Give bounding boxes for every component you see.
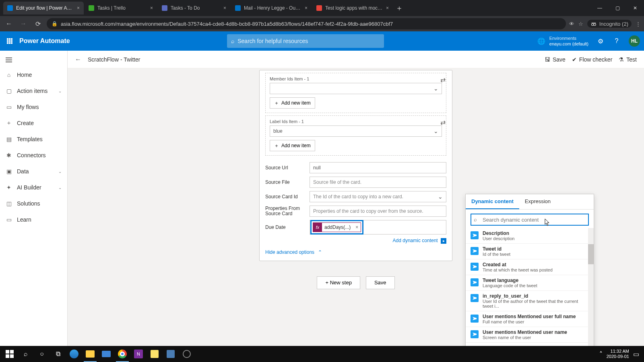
sidebar-toggle[interactable] — [0, 53, 67, 67]
sidebar-item-learn[interactable]: ▭Learn — [0, 212, 67, 228]
dynamic-content-item[interactable]: in_reply_to_user_idUser Id of the author… — [466, 291, 594, 311]
chevron-down-icon: ⌄ — [58, 89, 62, 93]
plus-icon: ＋ — [274, 142, 279, 149]
nav-reload[interactable]: ⟳ — [32, 18, 43, 29]
header-search[interactable]: ⌕ — [227, 34, 384, 48]
bookmark-icon[interactable]: ☆ — [578, 21, 583, 27]
new-step-button[interactable]: + New step — [317, 276, 360, 289]
header-search-input[interactable] — [237, 38, 380, 44]
eye-off-icon[interactable]: 👁 — [569, 21, 574, 27]
chip-remove[interactable]: × — [353, 224, 361, 230]
environment-picker[interactable]: Environments enayu.com (default) — [549, 35, 592, 47]
sticky-notes-icon[interactable] — [147, 346, 163, 362]
edge-icon[interactable] — [66, 346, 82, 362]
add-label-item-button[interactable]: ＋Add new item — [270, 140, 315, 151]
twitter-icon — [471, 294, 479, 302]
sidebar-item-ai-builder[interactable]: ✦AI Builder⌄ — [0, 179, 67, 195]
tray-chevron-icon[interactable]: ˄ — [599, 350, 603, 358]
browser-tab[interactable]: Edit your flow | Power Automate× — [3, 2, 84, 14]
window-minimize[interactable]: ― — [591, 0, 609, 16]
avatar[interactable]: HL — [629, 35, 640, 47]
dc-item-subtitle: Id of the tweet — [483, 252, 510, 257]
dynamic-content-item[interactable]: Created atTime at which the tweet was po… — [466, 259, 594, 275]
dynamic-content-item[interactable]: User mentions Mentioned user nameScreen … — [466, 327, 594, 343]
switch-mode-icon[interactable]: ⇄ — [439, 76, 447, 84]
add-member-item-button[interactable]: ＋Add new item — [270, 97, 315, 109]
flow-checker-action[interactable]: ✔Flow checker — [572, 56, 612, 63]
save-action[interactable]: 🖫Save — [545, 56, 566, 63]
sidebar-item-action-items[interactable]: ▢Action items⌄ — [0, 83, 67, 99]
mail-icon[interactable] — [98, 346, 114, 362]
sidebar-item-my-flows[interactable]: ▭My flows — [0, 99, 67, 115]
back-button[interactable]: ← — [75, 56, 81, 63]
sidebar-item-home[interactable]: ⌂Home — [0, 67, 67, 83]
environment-icon[interactable]: 🌐 — [533, 37, 549, 45]
scrollbar-thumb[interactable] — [588, 244, 594, 264]
dynamic-content-item[interactable]: Tweet idId of the tweet — [466, 244, 594, 259]
sidebar-item-solutions[interactable]: ◫Solutions — [0, 195, 67, 212]
app-launcher[interactable] — [0, 31, 19, 51]
nav-back[interactable]: ← — [3, 18, 14, 29]
window-maximize[interactable]: ▢ — [609, 0, 626, 16]
incognito-indicator[interactable]: Incognito (2) — [587, 20, 632, 28]
sidebar-item-connectors[interactable]: ✱Connectors — [0, 147, 67, 163]
dynamic-content-item[interactable]: User mentions Mentioned user full nameFu… — [466, 311, 594, 327]
tab-close[interactable]: × — [301, 5, 308, 11]
due-date-input[interactable]: fx addDays(...) × — [310, 220, 446, 234]
expression-chip-highlight: fx addDays(...) × — [310, 220, 363, 234]
sidebar-item-create[interactable]: ＋Create — [0, 115, 67, 131]
dc-item-title: User mentions Mentioned user full name — [483, 314, 576, 319]
dynamic-content-item[interactable]: Tweet languageLanguage code of the tweet — [466, 275, 594, 291]
calculator-icon[interactable] — [163, 346, 179, 362]
save-button[interactable]: Save — [366, 276, 395, 289]
browser-tab[interactable]: Tasks | Trello× — [85, 2, 157, 14]
dynamic-content-item[interactable]: Original tweet textText content of the o… — [466, 343, 594, 346]
address-bar[interactable]: 🔒 asia.flow.microsoft.com/manage/environ… — [47, 18, 566, 29]
start-button[interactable] — [2, 346, 18, 362]
tab-close[interactable]: × — [220, 5, 226, 11]
tab-close[interactable]: × — [74, 5, 80, 11]
test-action[interactable]: ⚗Test — [619, 56, 637, 63]
add-dynamic-content-link[interactable]: Add dynamic content ▸ — [260, 236, 452, 245]
new-tab-button[interactable]: ＋ — [394, 2, 405, 14]
source-file-input[interactable]: Source file of the card. — [310, 177, 446, 188]
kebab-menu-icon[interactable]: ⋮ — [636, 21, 641, 27]
app-header: Power Automate ⌕ 🌐 Environments enayu.co… — [0, 31, 644, 51]
tab-dynamic-content[interactable]: Dynamic content — [466, 194, 519, 209]
chrome-icon[interactable] — [114, 346, 130, 362]
settings-icon[interactable]: ⚙ — [592, 31, 609, 51]
file-explorer-icon[interactable] — [82, 346, 98, 362]
sidebar-item-data[interactable]: ▣Data⌄ — [0, 163, 67, 179]
taskbar-clock[interactable]: 11:32 AM 2020-09-01 — [607, 349, 629, 359]
dynamic-content-search[interactable] — [471, 214, 589, 226]
cortana-icon[interactable]: ○ — [34, 346, 50, 362]
collapse-icon[interactable]: ▸ — [441, 238, 446, 244]
hide-advanced-toggle[interactable]: Hide advanced options ⌃ — [260, 245, 452, 261]
obs-icon[interactable] — [179, 346, 195, 362]
tab-expression[interactable]: Expression — [519, 194, 556, 209]
props-from-source-input[interactable]: Properties of the card to copy over from… — [310, 206, 446, 217]
dynamic-content-item[interactable]: DescriptionUser description — [466, 228, 594, 244]
sidebar-item-icon: ▭ — [6, 216, 12, 223]
tab-close[interactable]: × — [147, 5, 153, 11]
browser-tab[interactable]: Mail - Henry Legge - Outlook× — [231, 2, 312, 14]
taskbar-search[interactable]: ⌕ — [18, 346, 34, 362]
source-url-input[interactable]: null — [310, 162, 446, 173]
browser-tab[interactable]: Test logic apps with mock data -× — [312, 2, 393, 14]
sidebar-item-templates[interactable]: ▤Templates — [0, 131, 67, 147]
notifications-icon[interactable]: ▭ — [633, 350, 639, 358]
task-view-icon[interactable]: ⧉ — [50, 346, 66, 362]
dc-item-subtitle: Time at which the tweet was posted — [483, 267, 553, 272]
member-ids-dropdown[interactable] — [270, 83, 442, 94]
expression-chip[interactable]: fx addDays(...) × — [313, 222, 361, 232]
switch-mode-icon[interactable]: ⇄ — [439, 118, 447, 126]
help-icon[interactable]: ? — [609, 31, 625, 51]
tab-close[interactable]: × — [383, 5, 389, 11]
source-card-id-dropdown[interactable]: The Id of the card to copy into a new ca… — [310, 191, 446, 202]
browser-toolbar: ← → ⟳ 🔒 asia.flow.microsoft.com/manage/e… — [0, 16, 644, 31]
label-ids-dropdown[interactable]: blue — [270, 125, 442, 137]
browser-tab[interactable]: Tasks - To Do× — [158, 2, 230, 14]
onenote-icon[interactable]: N — [130, 346, 147, 362]
window-close[interactable]: ✕ — [626, 0, 644, 16]
flow-canvas: ⇄ Member Ids Item - 1 ＋Add new item ⇄ La… — [68, 68, 644, 346]
